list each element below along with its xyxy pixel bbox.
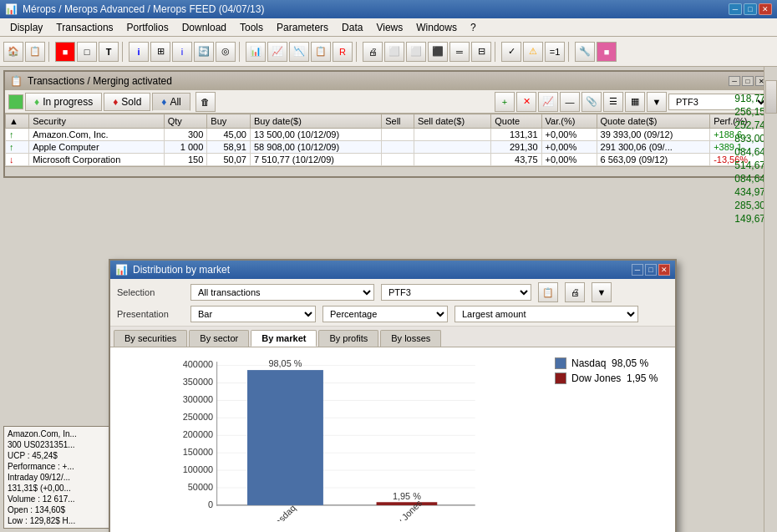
selection-dropdown[interactable]: All transactions <box>190 284 374 301</box>
table-row: ↑ Amazon.Com, Inc. 300 45,00 13 500,00 (… <box>6 129 772 141</box>
tab-sold[interactable]: ♦ Sold <box>104 93 150 111</box>
dialog-print-button[interactable]: 🖨 <box>565 282 585 302</box>
dialog-filter-button[interactable]: ▼ <box>592 282 612 302</box>
toolbar-btn-6[interactable]: ⊞ <box>150 42 170 62</box>
dialog-icon: 📊 <box>115 264 128 276</box>
toolbar-btn-8[interactable]: 🔄 <box>194 42 214 62</box>
row-quote: 131,31 <box>491 129 541 141</box>
toolbar-btn-24[interactable]: ■ <box>597 42 617 62</box>
col-buy-date[interactable]: Buy date($) <box>250 114 381 129</box>
clip-button[interactable]: 📎 <box>581 92 602 112</box>
nasdaq-bar <box>247 370 323 505</box>
tab-by-sector[interactable]: By sector <box>189 330 249 347</box>
menu-display[interactable]: Display <box>3 20 49 35</box>
presentation-format-dropdown[interactable]: Percentage <box>322 306 448 322</box>
col-quote-date[interactable]: Quote date($) <box>597 114 710 129</box>
chart-container: 400000 350000 300000 250000 200000 15000… <box>117 354 545 532</box>
close-button[interactable]: ✕ <box>759 3 772 15</box>
menu-portfolios[interactable]: Portfolios <box>120 20 175 35</box>
toolbar-btn-19[interactable]: ═ <box>449 42 470 62</box>
col-security[interactable]: Security <box>29 114 165 129</box>
transactions-title-bar: 📋 Transactions / Merging activated ─ □ ✕ <box>5 72 772 90</box>
toolbar-btn-13[interactable]: 📋 <box>311 42 331 62</box>
toolbar-btn-21[interactable]: ✓ <box>501 42 521 62</box>
toolbar-btn-17[interactable]: ⬜ <box>406 42 426 62</box>
col-sell[interactable]: Sell <box>382 114 414 129</box>
add-button[interactable]: + <box>495 92 515 112</box>
list-button[interactable]: ☰ <box>603 92 623 112</box>
toolbar-btn-11[interactable]: 📈 <box>267 42 287 62</box>
panel-maximize-button[interactable]: □ <box>742 76 754 86</box>
toolbar-btn-20[interactable]: ⊟ <box>471 42 491 62</box>
grid-button[interactable]: ▦ <box>625 92 645 112</box>
scrollbar-thumb[interactable] <box>765 80 777 114</box>
toolbar-btn-4[interactable]: □ <box>77 42 97 62</box>
menu-views[interactable]: Views <box>369 20 409 35</box>
minimize-button[interactable]: ─ <box>729 3 742 15</box>
tab-in-progress[interactable]: ♦ In progress <box>25 93 102 111</box>
presentation-sort-dropdown[interactable]: Largest amount <box>455 306 638 322</box>
toolbar-btn-1[interactable]: 🏠 <box>3 42 23 62</box>
dialog-copy-button[interactable]: 📋 <box>538 282 558 302</box>
info-line: Open : 134,60$ <box>8 504 108 515</box>
tab-by-profits[interactable]: By profits <box>318 330 378 347</box>
svg-text:350000: 350000 <box>183 377 213 387</box>
toolbar-btn-info[interactable]: i <box>129 42 149 62</box>
dialog-close-button[interactable]: ✕ <box>658 264 670 276</box>
ptf-dropdown-dialog[interactable]: PTF3 <box>381 284 531 301</box>
col-qty[interactable]: Qty <box>164 114 207 129</box>
tab-by-market[interactable]: By market <box>251 330 317 347</box>
vertical-scrollbar[interactable] <box>764 67 777 532</box>
toolbar-btn-alert[interactable]: ⚠ <box>523 42 543 62</box>
row-quote-date: 291 300,06 (09/... <box>597 141 710 154</box>
info-line: Volume : 12 617... <box>8 494 108 504</box>
window-title: Mérops / Merops Advanced / Merops FEED (… <box>23 3 264 15</box>
filter2-button[interactable]: ▼ <box>647 92 667 112</box>
legend-dowjones: Dow Jones 1,95 % <box>555 372 665 384</box>
toolbar-btn-10[interactable]: 📊 <box>246 42 266 62</box>
col-buy[interactable]: Buy <box>207 114 251 129</box>
toolbar-btn-3[interactable]: ■ <box>55 42 75 62</box>
toolbar-btn-23[interactable]: 🔧 <box>575 42 595 62</box>
row-qty: 150 <box>164 154 207 166</box>
toolbar-btn-2[interactable]: 📋 <box>25 42 45 62</box>
maximize-button[interactable]: □ <box>744 3 757 15</box>
toolbar-btn-7[interactable]: i <box>172 42 192 62</box>
presentation-type-dropdown[interactable]: Bar <box>190 306 316 322</box>
menu-parameters[interactable]: Parameters <box>270 20 335 35</box>
remove-button[interactable]: ✕ <box>516 92 536 112</box>
chart-button[interactable]: 📈 <box>538 92 558 112</box>
horizontal-scrollbar[interactable] <box>5 166 772 176</box>
col-sell-date[interactable]: Sell date($) <box>414 114 490 129</box>
panel-minimize-button[interactable]: ─ <box>729 76 740 86</box>
menu-windows[interactable]: Windows <box>409 20 464 35</box>
dialog-minimize-button[interactable]: ─ <box>632 264 643 276</box>
toolbar-btn-16[interactable]: ⬜ <box>384 42 404 62</box>
app-icon: 📊 <box>5 3 18 15</box>
filter-icon[interactable] <box>8 94 23 109</box>
toolbar-btn-12[interactable]: 📉 <box>289 42 309 62</box>
menu-transactions[interactable]: Transactions <box>49 20 119 35</box>
toolbar-btn-14[interactable]: R <box>333 42 353 62</box>
tab-by-securities[interactable]: By securities <box>114 330 187 347</box>
toolbar-btn-9[interactable]: ◎ <box>216 42 236 62</box>
tab-by-losses[interactable]: By losses <box>380 330 441 347</box>
dialog-maximize-button[interactable]: □ <box>645 264 657 276</box>
menu-data[interactable]: Data <box>335 20 369 35</box>
tab-all[interactable]: ♦ All <box>152 93 190 111</box>
line-button[interactable]: — <box>560 92 580 112</box>
toolbar-btn-22[interactable]: =1 <box>545 42 565 62</box>
menu-download[interactable]: Download <box>175 20 233 35</box>
delete-button[interactable]: 🗑 <box>196 92 216 112</box>
menu-help[interactable]: ? <box>464 20 483 35</box>
col-quote[interactable]: Quote <box>491 114 541 129</box>
toolbar-btn-5[interactable]: T <box>99 42 119 62</box>
nasdaq-color <box>555 357 566 369</box>
chart-area: 400000 350000 300000 250000 200000 15000… <box>110 347 675 532</box>
toolbar-btn-15[interactable]: 🖨 <box>363 42 383 62</box>
col-var[interactable]: Var.(%) <box>541 114 597 129</box>
menu-tools[interactable]: Tools <box>233 20 270 35</box>
info-line: Amazon.Com, In... <box>8 428 108 439</box>
toolbar-btn-18[interactable]: ⬛ <box>428 42 448 62</box>
col-sort[interactable]: ▲ <box>6 114 29 129</box>
